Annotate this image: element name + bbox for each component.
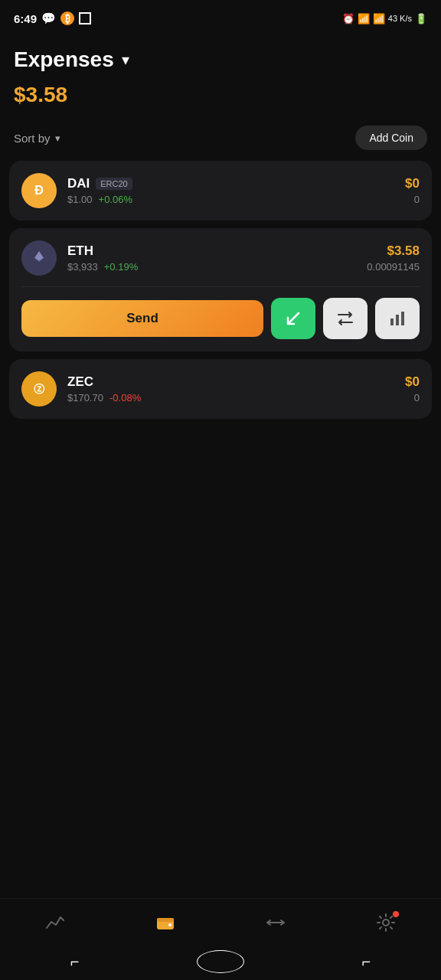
status-bar: 6:49 💬 ₿ ⏰ 📶 📶 43 K/s 🔋 [0,0,441,34]
zec-price: $170.70 [67,392,103,403]
wallet-nav-icon [155,913,175,933]
zec-balance: 0 [405,392,420,403]
svg-rect-11 [157,918,174,922]
svg-text:Ð: Ð [34,184,44,197]
eth-icon [21,240,57,276]
dai-info: DAI ERC20 $1.00 +0.06% [67,176,132,205]
svg-rect-5 [390,318,394,325]
nav-item-settings[interactable] [361,910,411,936]
status-time: 6:49 [14,12,37,25]
total-amount: $3.58 [0,78,441,119]
dai-icon: Ð [21,173,57,208]
zec-name: ZEC [67,374,93,390]
svg-point-12 [168,923,172,926]
page-title: Expenses [14,47,114,72]
dai-change: +0.06% [99,194,132,205]
chart-button[interactable] [375,298,420,339]
settings-dot [393,911,399,917]
sort-by-button[interactable]: Sort by ▾ [14,132,60,145]
back-button[interactable]: ⌐ [47,947,103,977]
square-icon [79,12,91,24]
transfer-nav-icon [266,913,286,933]
sort-chevron-icon: ▾ [55,132,60,144]
eth-info: ETH $3,933 +0.19% [67,243,138,273]
signal-bars-icon: 📶 [358,13,370,24]
swap-button[interactable] [323,298,368,339]
zec-icon: ⓩ [21,371,57,407]
dai-name-row: DAI ERC20 [67,176,132,191]
eth-divider [21,286,420,287]
sort-by-label: Sort by [14,132,51,145]
dai-price-row: $1.00 +0.06% [67,194,132,205]
coin-left-zec: ⓩ ZEC $170.70 -0.08% [21,371,141,407]
nav-item-wallet[interactable] [140,910,191,936]
coin-card-main-zec: ⓩ ZEC $170.70 -0.08% $0 0 [21,371,420,407]
home-button[interactable] [197,950,244,973]
dai-price: $1.00 [67,194,93,205]
zec-change: -0.08% [109,392,141,403]
chart-nav-icon [45,913,65,933]
dai-right: $0 0 [405,176,420,205]
zec-info: ZEC $170.70 -0.08% [67,374,141,403]
dai-value: $0 [405,176,420,191]
coin-card-eth[interactable]: ETH $3,933 +0.19% $3.58 0.00091145 Send [9,228,432,351]
eth-right: $3.58 0.00091145 [367,243,420,273]
dai-name: DAI [67,176,90,191]
b-icon: ₿ [60,11,74,25]
zec-price-row: $170.70 -0.08% [67,392,141,403]
coin-card-dai[interactable]: Ð DAI ERC20 $1.00 +0.06% $0 0 [9,161,432,220]
dai-badge: ERC20 [96,178,132,190]
eth-balance: 0.00091145 [367,261,420,273]
bottom-nav [0,898,441,943]
eth-actions: Send [21,298,420,339]
header-chevron-icon[interactable]: ▾ [122,51,129,69]
coin-card-main-eth: ETH $3,933 +0.19% $3.58 0.00091145 [21,240,420,276]
coins-list: Ð DAI ERC20 $1.00 +0.06% $0 0 [0,161,441,419]
battery-icon: 🔋 [415,13,427,24]
svg-text:ⓩ: ⓩ [34,383,45,395]
add-coin-button[interactable]: Add Coin [355,126,427,150]
status-right: ⏰ 📶 📶 43 K/s 🔋 [342,13,427,24]
header: Expenses ▾ [0,34,441,78]
send-button[interactable]: Send [21,300,263,337]
receive-button[interactable] [271,298,315,339]
wifi-icon: 📶 [373,13,385,24]
svg-rect-7 [401,312,404,325]
eth-price-row: $3,933 +0.19% [67,261,138,273]
nav-item-transfer[interactable] [250,910,301,936]
coin-left-dai: Ð DAI ERC20 $1.00 +0.06% [21,173,132,208]
svg-point-13 [383,920,389,926]
eth-price: $3,933 [67,261,98,273]
dai-balance: 0 [405,194,420,205]
eth-change: +0.19% [104,261,138,273]
nav-item-chart[interactable] [30,910,80,936]
status-left: 6:49 💬 ₿ [14,11,91,25]
zec-name-row: ZEC [67,374,141,390]
eth-value: $3.58 [367,243,420,259]
zec-right: $0 0 [405,374,420,403]
eth-name: ETH [67,243,93,259]
recent-button[interactable]: ⌐ [339,947,394,977]
bottom-spacer [0,419,441,518]
alarm-icon: ⏰ [342,13,354,24]
whatsapp-icon: 💬 [41,11,56,25]
coin-left-eth: ETH $3,933 +0.19% [21,240,138,276]
sort-bar: Sort by ▾ Add Coin [0,119,441,161]
data-speed: 43 K/s [388,14,412,23]
svg-rect-6 [396,315,399,325]
zec-value: $0 [405,374,420,390]
eth-name-row: ETH [67,243,138,259]
coin-card-main-dai: Ð DAI ERC20 $1.00 +0.06% $0 0 [21,173,420,208]
system-nav: ⌐ ⌐ [0,943,441,980]
coin-card-zec[interactable]: ⓩ ZEC $170.70 -0.08% $0 0 [9,359,432,419]
